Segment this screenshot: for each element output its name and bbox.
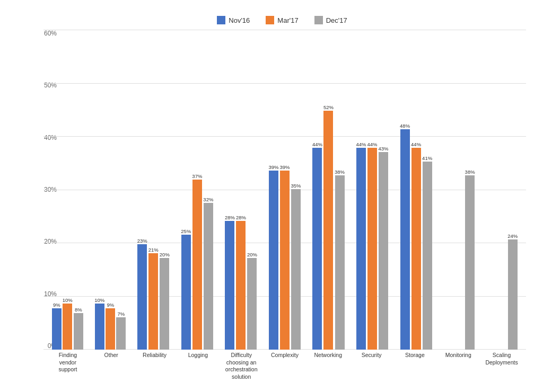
bar-nov16-3: [181, 235, 191, 350]
bar-dec17-10: [508, 239, 518, 350]
bar-wrapper-dec17-9: 38%: [465, 169, 475, 350]
bar-wrapper-mar17-8: 44%: [411, 141, 421, 350]
chart-container: Nov'16Mar'17Dec'17 0%10%20%30%40%50%60% …: [6, 5, 537, 387]
bar-wrapper-dec17-5: 35%: [291, 183, 301, 350]
bar-group-1: 10%9%7%: [94, 297, 126, 350]
bar-wrapper-nov16-3: 25%: [181, 228, 191, 350]
legend-label-nov16: Nov'16: [229, 16, 250, 24]
bar-group-7: 44%44%43%: [356, 141, 389, 350]
legend-label-dec17: Dec'17: [326, 16, 347, 24]
bar-wrapper-mar17-2: 21%: [148, 247, 159, 350]
legend-label-mar17: Mar'17: [277, 16, 298, 24]
bar-wrapper-nov16-2: 23%: [137, 238, 147, 350]
bar-value-label: 23%: [137, 238, 147, 244]
legend-item-nov16: Nov'16: [217, 16, 250, 24]
bar-value-label: 44%: [367, 141, 378, 147]
bar-value-label: 21%: [148, 247, 159, 253]
x-labels: FindingvendorsupportOtherReliabilityLogg…: [43, 350, 526, 381]
bar-value-label: 20%: [160, 252, 170, 257]
bar-group-2: 23%21%20%: [137, 238, 170, 350]
bar-wrapper-nov16-1: 10%: [94, 297, 104, 350]
bar-wrapper-mar17-3: 37%: [192, 173, 202, 350]
bar-group-8: 48%44%41%: [400, 123, 432, 350]
x-label-5: Complexity: [266, 352, 303, 359]
bar-value-label: 44%: [411, 141, 421, 147]
bar-wrapper-dec17-8: 41%: [422, 155, 432, 350]
bar-group-3: 25%37%32%: [181, 173, 213, 350]
bar-mar17-3: [192, 180, 202, 350]
bar-dec17-0: [74, 313, 83, 350]
x-label-10: ScalingDeployments: [483, 352, 520, 366]
bar-wrapper-nov16-5: 39%: [268, 164, 278, 350]
bar-wrapper-dec17-3: 32%: [203, 197, 213, 350]
bar-value-label: 28%: [225, 215, 235, 220]
legend-color-nov16: [217, 16, 225, 24]
bar-value-label: 28%: [236, 215, 246, 220]
bar-nov16-6: [312, 148, 322, 350]
bar-group-5: 39%39%35%: [268, 164, 301, 350]
bar-wrapper-nov16-6: 44%: [312, 141, 322, 350]
x-label-8: Storage: [396, 352, 433, 359]
bar-value-label: 52%: [323, 104, 334, 110]
bar-value-label: 41%: [422, 155, 432, 161]
bar-value-label: 7%: [117, 311, 125, 317]
bar-dec17-7: [379, 152, 388, 350]
bar-nov16-4: [225, 221, 234, 350]
bar-wrapper-nov16-8: 48%: [400, 123, 410, 350]
bars-container: 9%10%8%10%9%7%23%21%20%25%37%32%28%28%20…: [43, 30, 526, 350]
bar-value-label: 35%: [291, 183, 301, 189]
chart-area: 0%10%20%30%40%50%60% 9%10%8%10%9%7%23%21…: [38, 30, 526, 381]
bar-wrapper-mar17-0: 10%: [63, 297, 73, 350]
bar-nov16-8: [400, 129, 410, 350]
bar-value-label: 24%: [507, 233, 518, 239]
bar-value-label: 9%: [53, 302, 60, 308]
legend-color-dec17: [314, 16, 323, 24]
bar-value-label: 39%: [279, 164, 290, 170]
legend-color-mar17: [266, 16, 274, 24]
legend: Nov'16Mar'17Dec'17: [38, 16, 526, 24]
bar-nov16-1: [95, 304, 104, 350]
bar-dec17-4: [247, 258, 257, 350]
bar-dec17-5: [291, 189, 301, 350]
bar-nov16-5: [269, 171, 278, 350]
bar-wrapper-mar17-7: 44%: [367, 141, 378, 350]
bar-wrapper-dec17-7: 43%: [379, 146, 389, 350]
bar-wrapper-dec17-6: 38%: [335, 169, 345, 350]
bar-value-label: 44%: [356, 141, 366, 147]
bar-dec17-8: [423, 162, 432, 350]
x-label-4: Difficultychoosing anorchestrationsoluti…: [223, 352, 260, 381]
x-label-0: Findingvendorsupport: [49, 352, 86, 373]
bar-wrapper-nov16-7: 44%: [356, 141, 366, 350]
bar-nov16-0: [52, 308, 62, 350]
bar-wrapper-mar17-6: 52%: [323, 104, 334, 350]
bar-group-10: 24%: [486, 233, 518, 350]
bar-group-9: 38%: [444, 169, 475, 350]
bar-nov16-2: [137, 244, 147, 350]
bar-mar17-5: [280, 171, 290, 350]
bar-value-label: 25%: [181, 228, 191, 234]
bar-wrapper-dec17-4: 20%: [247, 252, 257, 350]
bar-group-0: 9%10%8%: [52, 297, 83, 350]
bar-group-4: 28%28%20%: [225, 215, 257, 350]
bar-value-label: 44%: [312, 141, 322, 147]
bar-dec17-3: [204, 203, 213, 350]
bar-value-label: 43%: [379, 146, 389, 152]
bar-wrapper-mar17-4: 28%: [236, 215, 246, 350]
bar-value-label: 10%: [94, 297, 104, 303]
bar-value-label: 38%: [465, 169, 475, 175]
bar-dec17-9: [465, 175, 475, 350]
bar-mar17-8: [411, 148, 421, 350]
bar-value-label: 8%: [75, 307, 82, 313]
bar-value-label: 10%: [63, 297, 73, 303]
bar-wrapper-mar17-5: 39%: [279, 164, 290, 350]
bar-mar17-1: [106, 308, 115, 350]
bar-mar17-6: [323, 111, 333, 350]
bar-wrapper-dec17-10: 24%: [507, 233, 518, 350]
bar-dec17-2: [160, 258, 169, 350]
bar-value-label: 32%: [203, 197, 213, 202]
bar-wrapper-dec17-0: 8%: [74, 307, 83, 350]
bar-value-label: 20%: [247, 252, 257, 257]
bar-dec17-1: [116, 317, 126, 350]
legend-item-dec17: Dec'17: [314, 16, 347, 24]
bar-group-6: 44%52%38%: [312, 104, 345, 350]
